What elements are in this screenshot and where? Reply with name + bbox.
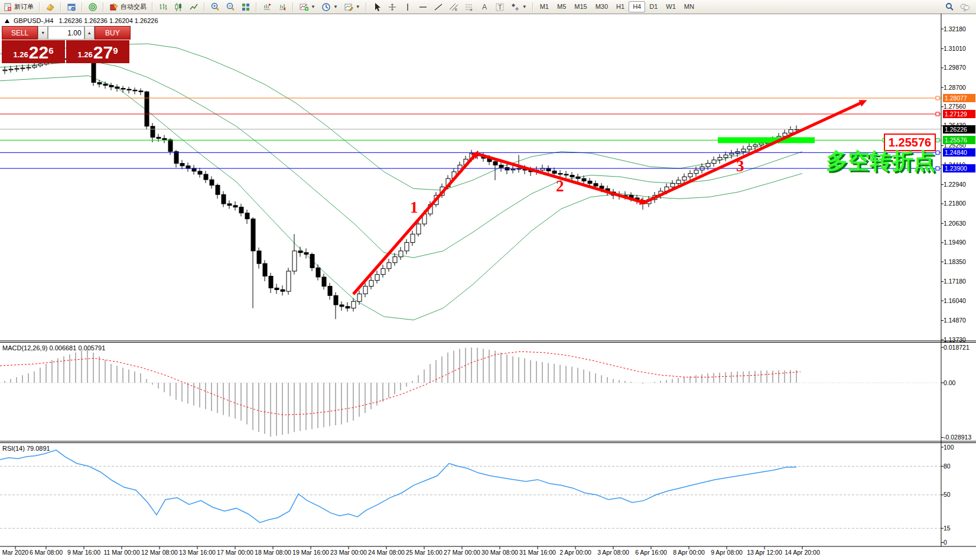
current-price-label: 1.26226 <box>943 125 975 134</box>
time-axis-label: 18 Mar 08:00 <box>255 549 291 556</box>
buy-button[interactable]: BUY <box>95 26 131 40</box>
price-tick-label: 1.22940 <box>944 181 975 188</box>
time-axis-label: 30 Mar 08:00 <box>482 549 518 556</box>
time-axis-label: 24 Mar 08:00 <box>368 549 405 556</box>
time-axis-label: 11 Mar 00:00 <box>103 549 139 556</box>
symbol-info-line: GBPUSD-,H4 1.26236 1.26236 1.26204 1.262… <box>5 17 158 24</box>
rsi-tick-label: 15 <box>944 525 975 532</box>
symbol-ohlc: 1.26236 1.26236 1.26204 1.26226 <box>58 17 158 24</box>
wave-label-1[interactable]: 1 <box>410 198 418 217</box>
price-tick-label: 1.19490 <box>944 239 975 246</box>
bollinger-bands <box>0 44 802 320</box>
price-level-label: 1.27129 <box>943 110 975 118</box>
symbol-name: GBPUSD-,H4 <box>14 17 53 24</box>
rsi-tick-label: 80 <box>944 463 975 470</box>
price-tick-label: 1.16040 <box>944 297 975 305</box>
price-tick-label: 1.21800 <box>944 200 975 207</box>
time-axis-label: 14 Apr 20:00 <box>785 549 820 556</box>
collapse-arrow-icon[interactable] <box>5 19 9 23</box>
macd-indicator-label: MACD(12,26,9) 0.006681 0.005791 <box>2 344 105 351</box>
sell-price-pip: 6 <box>48 41 53 61</box>
rsi-tick-label: 100 <box>944 444 975 451</box>
price-tick-label: 1.18350 <box>944 258 975 266</box>
time-axis-label: 12 Mar 08:00 <box>141 549 178 556</box>
time-axis-label: 13 Apr 12:00 <box>747 549 782 556</box>
rsi-tick-label: 50 <box>944 491 975 499</box>
price-tick-label: 1.28700 <box>944 84 975 92</box>
wave-label-2[interactable]: 2 <box>556 177 564 196</box>
rsi-indicator-label: RSI(14) 79.0891 <box>2 445 50 452</box>
macd-tick-label: -0.028913 <box>944 434 975 441</box>
time-axis-label: 23 Mar 00:00 <box>330 549 367 556</box>
price-level-label: 1.23900 <box>943 164 975 172</box>
buy-price-big: 27 <box>93 44 113 61</box>
sell-price-prefix: 1.26 <box>13 49 28 61</box>
time-axis-label: 13 Mar 16:00 <box>179 549 216 556</box>
buy-price-prefix: 1.26 <box>77 49 92 61</box>
rsi-tick-label: 0 <box>944 539 975 546</box>
price-tick-label: 1.14870 <box>944 317 975 324</box>
time-axis-label: 3 Apr 08:00 <box>597 549 629 556</box>
time-axis-label: Mar 2020 <box>2 549 28 556</box>
volume-input[interactable]: 1.00 <box>48 26 84 40</box>
wave-label-3[interactable]: 3 <box>736 157 744 175</box>
price-tick-label: 1.32180 <box>944 25 975 33</box>
price-level-label: 1.25576 <box>943 136 975 144</box>
macd-tick-label: 0.00 <box>944 379 975 387</box>
sell-price-big: 22 <box>29 44 48 61</box>
price-tick-label: 1.29870 <box>944 64 975 71</box>
time-axis-label: 19 Mar 16:00 <box>292 549 329 556</box>
time-axis-label: 8 Apr 00:00 <box>673 549 705 556</box>
buy-price-pip: 9 <box>113 41 118 61</box>
time-axis-label: 17 Mar 00:00 <box>217 549 253 556</box>
sell-price-display[interactable]: 1.26 22 6 <box>2 40 65 63</box>
time-axis-label: 9 Mar 16:00 <box>67 549 100 556</box>
price-tick-label: 1.31010 <box>944 45 975 53</box>
price-tick-label: 1.17180 <box>944 278 975 285</box>
rsi-pane <box>0 450 941 529</box>
red-zigzag-arrows[interactable] <box>353 102 864 294</box>
price-tick-label: 1.20630 <box>944 220 975 227</box>
macd-tick-label: 0.018721 <box>944 344 975 351</box>
time-axis-label: 31 Mar 16:00 <box>519 549 556 556</box>
mt4-terminal-window: 新订单 自动交易 <box>0 0 976 560</box>
time-axis-label: 2 Apr 00:00 <box>559 549 591 556</box>
price-tick-label: 1.13730 <box>944 336 975 344</box>
time-axis-label: 6 Apr 16:00 <box>635 549 667 556</box>
turning-point-annotation[interactable]: 多空转折点 <box>826 146 935 176</box>
time-axis-label: 9 Apr 08:00 <box>711 549 743 556</box>
sell-button[interactable]: SELL <box>2 26 38 40</box>
time-axis-label: 25 Mar 16:00 <box>406 549 443 556</box>
time-axis-label: 6 Mar 08:00 <box>30 549 63 556</box>
buy-price-display[interactable]: 1.26 27 9 <box>66 40 129 63</box>
time-axis-label: 27 Mar 00:00 <box>444 549 480 556</box>
macd-pane <box>0 347 941 437</box>
one-click-trading-panel: SELL ▼ 1.00 ▲ BUY 1.26 22 6 1.26 27 9 <box>2 26 131 63</box>
volume-increase-button[interactable]: ▲ <box>84 26 95 40</box>
price-level-label: 1.24840 <box>943 148 975 157</box>
volume-decrease-button[interactable]: ▼ <box>38 26 48 40</box>
price-level-label: 1.28077 <box>943 94 975 102</box>
chart-canvas[interactable] <box>0 0 976 560</box>
